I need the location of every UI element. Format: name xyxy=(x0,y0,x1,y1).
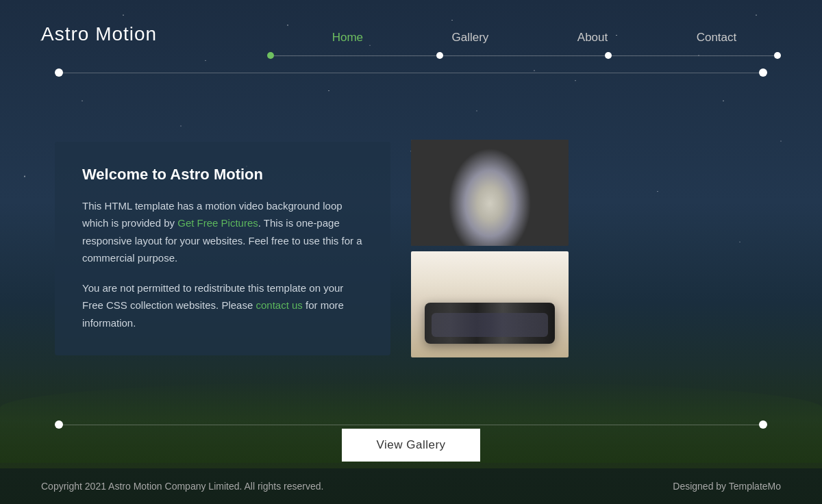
nav-timeline xyxy=(267,52,781,59)
nav-item-home[interactable]: Home xyxy=(332,31,363,45)
hero-paragraph-2: You are not permitted to redistribute th… xyxy=(82,279,363,332)
nav-line-2 xyxy=(443,55,606,56)
navigation: Astro Motion Home Gallery About Contact xyxy=(0,0,822,68)
nav-dot-home xyxy=(267,52,274,59)
bottom-divider-dot-left xyxy=(55,420,63,429)
nav-label-contact[interactable]: Contact xyxy=(697,31,737,45)
footer: Copyright 2021 Astro Motion Company Limi… xyxy=(0,468,822,504)
bottom-divider xyxy=(0,420,822,429)
divider-line-top xyxy=(63,73,759,73)
nav-label-about[interactable]: About xyxy=(577,31,608,45)
nav-label-gallery[interactable]: Gallery xyxy=(452,31,489,45)
bottom-divider-dot-right xyxy=(759,420,767,429)
footer-designed-by: Designed by TemplateMo xyxy=(673,481,781,492)
nav-line-1 xyxy=(274,55,436,56)
nav-item-about[interactable]: About xyxy=(577,31,608,45)
contact-us-link[interactable]: contact us xyxy=(256,299,302,311)
main-content: Welcome to Astro Motion This HTML templa… xyxy=(0,77,822,420)
nav-line-3 xyxy=(612,55,774,56)
view-gallery-button[interactable]: View Gallery xyxy=(342,429,480,462)
divider-dot-right xyxy=(759,68,767,77)
nav-dot-contact xyxy=(774,52,781,59)
hero-paragraph-1: This HTML template has a motion video ba… xyxy=(82,197,363,267)
nav-dot-about xyxy=(605,52,612,59)
nav-label-home[interactable]: Home xyxy=(332,31,363,45)
nav-dot-gallery xyxy=(436,52,443,59)
divider-line-bottom xyxy=(63,425,759,425)
hero-images xyxy=(411,140,767,357)
divider-dot-left xyxy=(55,68,63,77)
glasses-image xyxy=(411,251,569,357)
site-logo: Astro Motion xyxy=(41,23,288,45)
hero-title: Welcome to Astro Motion xyxy=(82,166,363,184)
nav-item-contact[interactable]: Contact xyxy=(697,31,737,45)
nav-item-gallery[interactable]: Gallery xyxy=(452,31,489,45)
robot-image xyxy=(411,140,569,246)
footer-copyright: Copyright 2021 Astro Motion Company Limi… xyxy=(41,481,323,492)
nav-links: Home Gallery About Contact xyxy=(288,24,781,45)
hero-card: Welcome to Astro Motion This HTML templa… xyxy=(55,142,390,356)
get-free-pictures-link[interactable]: Get Free Pictures xyxy=(177,217,258,229)
top-divider xyxy=(0,68,822,77)
bottom-section: View Gallery xyxy=(0,429,822,468)
